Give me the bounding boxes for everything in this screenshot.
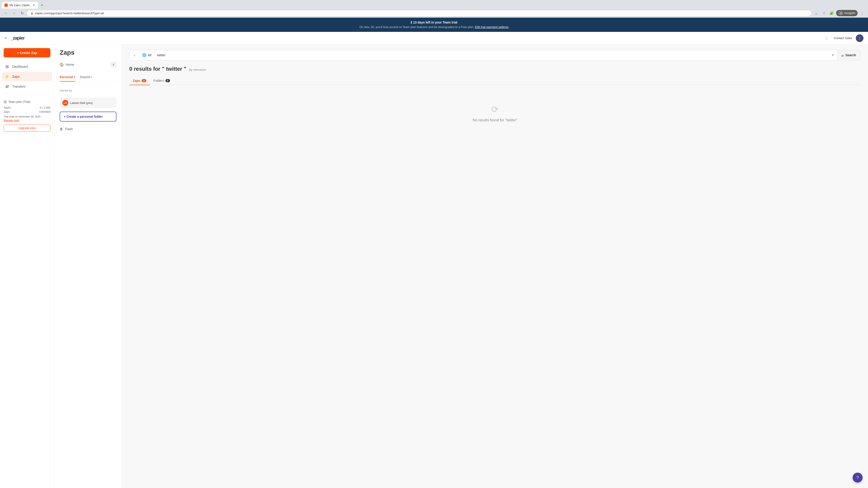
transfers-icon: ⇄: [4, 84, 9, 89]
new-tab-button[interactable]: +: [39, 2, 45, 8]
plan-title-text: Team plan (Trial): [8, 100, 30, 103]
dashboard-icon: ⊞: [4, 64, 9, 69]
zaps-stat: Zaps Unlimited: [4, 110, 51, 113]
personal-info-icon: ℹ: [74, 75, 75, 78]
search-scope[interactable]: 🌐 All: [140, 50, 154, 60]
trash-icon: 🗑: [60, 127, 63, 131]
tab-shared-label: Shared: [80, 75, 90, 79]
sidebar-item-transfers[interactable]: ⇄ Transfers: [2, 82, 52, 91]
folders-count-badge: 0: [165, 79, 170, 82]
home-label: Home: [66, 63, 74, 66]
search-submit-button[interactable]: ⌕ Search: [837, 50, 861, 60]
chevron-right-icon: ›: [134, 53, 135, 57]
address-text: zapier.com/app/zaps?search=twitter&searc…: [35, 11, 808, 15]
close-icon[interactable]: ×: [4, 36, 7, 40]
trial-settings-link[interactable]: Edit trial payment settings: [475, 25, 508, 29]
sidebar-item-label-zaps: Zaps: [12, 75, 20, 78]
shared-info-icon: ℹ: [91, 75, 92, 78]
create-folder-button[interactable]: + Create a personal folder: [60, 111, 116, 122]
extension-icon[interactable]: 🧩: [829, 10, 835, 16]
trial-banner-detail: On Nov. 30, you'll lose access to Team p…: [4, 25, 864, 30]
bookmark-icon[interactable]: ☆: [821, 10, 827, 16]
search-input[interactable]: [154, 50, 829, 60]
tab-favicon: [4, 4, 8, 7]
search-submit-icon: ⌕: [842, 53, 844, 57]
middle-panel: Zaps 🏠 Home + Personal ℹ Shared ℹ Owned: [54, 44, 122, 488]
result-tab-zaps[interactable]: Zaps 0: [129, 76, 150, 85]
forward-button[interactable]: →: [11, 10, 17, 16]
trial-banner: ℹ 13 days left in your Team trial On Nov…: [0, 18, 868, 32]
sidebar-item-label-transfers: Transfers: [12, 85, 26, 88]
panel-tabs: Personal ℹ Shared ℹ: [60, 73, 116, 82]
incognito-button[interactable]: 🕵 Incognito: [836, 10, 858, 16]
result-tabs: Zaps 0 Folders 0: [129, 76, 861, 85]
results-sort: By relevance: [189, 68, 206, 71]
sidebar-divider: [4, 94, 51, 94]
browser-nav-icons: ⌕ ☆ 🧩 🕵 Incognito ⋮: [813, 10, 865, 16]
lock-icon: 🔒: [30, 11, 34, 15]
tab-title: My Zaps | Zapier: [9, 4, 31, 7]
contact-sales-button[interactable]: Contact Sales: [834, 36, 852, 40]
user-avatar-button[interactable]: 👤: [856, 34, 864, 42]
header-search-button[interactable]: ⌕: [823, 35, 830, 42]
zaps-count-badge: 0: [142, 79, 146, 82]
browser-tab-active[interactable]: My Zaps | Zapier ✕: [2, 2, 38, 8]
browser-nav: ← → ↻ 🔒 zapier.com/app/zaps?search=twitt…: [0, 8, 868, 18]
add-folder-button[interactable]: +: [111, 62, 116, 68]
results-query: twitter: [166, 66, 182, 72]
app-header: × _zapier ⌕ Contact Sales 👤: [0, 32, 868, 44]
tab-personal[interactable]: Personal ℹ: [60, 73, 75, 82]
sidebar-item-zaps[interactable]: ⚡ Zaps: [2, 72, 52, 81]
loading-spinner-icon: ⟳: [491, 104, 499, 115]
owned-by-label: Owned by: [60, 89, 116, 92]
results-count: 0 results for " twitter ": [129, 66, 186, 72]
trial-info-text: On Nov. 30, you'll lose access to Team p…: [360, 25, 474, 29]
app-container: × _zapier ⌕ Contact Sales 👤 + Create Zap…: [0, 32, 868, 488]
result-tab-folders[interactable]: Folders 0: [150, 76, 174, 85]
search-submit-label: Search: [845, 53, 856, 57]
globe-icon: 🌐: [142, 53, 147, 57]
sidebar-item-dashboard[interactable]: ⊞ Dashboard: [2, 62, 52, 71]
owner-name: Lauren Deli (you): [70, 101, 93, 105]
incognito-label: Incognito: [844, 11, 855, 15]
trial-end-info: Trial ends on November 30, 2023: [4, 115, 51, 118]
sidebar-nav: ⊞ Dashboard ⚡ Zaps ⇄ Transfers: [0, 62, 54, 91]
help-button[interactable]: ?: [852, 473, 863, 483]
scope-label: All: [148, 53, 151, 57]
home-item[interactable]: 🏠 Home: [60, 63, 74, 67]
search-expand-button[interactable]: ›: [129, 50, 140, 60]
zaps-icon: ⚡: [4, 74, 9, 79]
tab-shared[interactable]: Shared ℹ: [80, 73, 92, 82]
menu-icon[interactable]: ⋮: [859, 10, 865, 16]
trash-item[interactable]: 🗑 Trash: [60, 127, 116, 131]
create-zap-button[interactable]: + Create Zap: [4, 48, 51, 57]
main-content: › 🌐 All × ⌕ Search 0 results for ": [122, 44, 868, 488]
incognito-icon: 🕵: [838, 11, 843, 15]
help-icon: ?: [857, 475, 859, 480]
trash-section: 🗑 Trash: [60, 127, 116, 131]
tab-bar: My Zaps | Zapier ✕ +: [0, 0, 868, 8]
sidebar-item-label-dashboard: Dashboard: [12, 65, 28, 68]
browser-chrome: My Zaps | Zapier ✕ + ← → ↻ 🔒 zapier.com/…: [0, 0, 868, 18]
result-tab-folders-label: Folders: [153, 79, 164, 83]
zaps-value: Unlimited: [39, 110, 51, 113]
results-end-quote: ": [184, 66, 186, 72]
tasks-value: 0 / 1,000: [40, 106, 51, 109]
no-results-container: ⟳ No results found for "twitter": [129, 91, 861, 136]
app-logo: _zapier: [11, 35, 25, 41]
search-clear-button[interactable]: ×: [829, 51, 837, 59]
owner-chip: LD Lauren Deli (you): [60, 98, 116, 108]
tab-personal-label: Personal: [60, 75, 73, 79]
address-bar[interactable]: 🔒 zapier.com/app/zaps?search=twitter&sea…: [27, 10, 811, 16]
reload-button[interactable]: ↻: [19, 10, 25, 16]
back-button[interactable]: ←: [3, 10, 9, 16]
trial-banner-title: ℹ 13 days left in your Team trial: [4, 20, 864, 25]
results-label: results for ": [134, 66, 164, 72]
browser-search-icon[interactable]: ⌕: [813, 10, 819, 16]
home-row: 🏠 Home +: [60, 62, 116, 68]
tab-close-icon[interactable]: ✕: [33, 4, 35, 7]
trial-days-left: 13 days left in your Team trial: [413, 20, 458, 25]
manage-plan-link[interactable]: Manage plan: [4, 119, 51, 122]
upgrade-plan-button[interactable]: Upgrade plan: [4, 124, 51, 132]
count-number: 0: [129, 66, 132, 72]
